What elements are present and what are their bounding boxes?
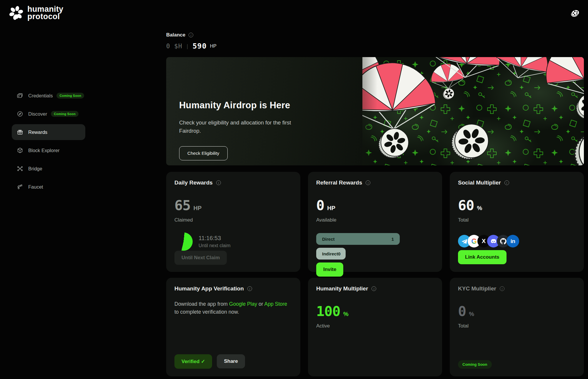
check-icon: ✓ — [201, 359, 205, 364]
referral-sublabel: Available — [316, 217, 434, 223]
timer-value: 11:16:53 — [199, 235, 230, 242]
hp-unit: HP — [210, 44, 216, 49]
app-store-link[interactable]: App Store — [264, 301, 287, 307]
kyc-value: 0 — [458, 303, 466, 319]
claim-timer: 11:16:53 Until next claim — [174, 232, 292, 251]
referral-unit: HP — [327, 205, 335, 212]
gift-icon — [17, 129, 23, 135]
balance-label: Balance — [166, 32, 185, 38]
card-title: KYC Multiplier — [458, 285, 496, 292]
info-icon[interactable]: i — [500, 286, 504, 291]
referral-rewards-card: Referral Rewards i 0 HP Available Direct… — [308, 172, 442, 272]
google-play-link[interactable]: Google Play — [229, 301, 257, 307]
sidebar-item-label: Faucet — [28, 184, 43, 190]
sidebar: Credentials Coming Soon Discover Coming … — [0, 26, 166, 376]
hp-balance: 590 — [193, 42, 207, 50]
credentials-icon — [17, 92, 23, 99]
card-title: Referral Rewards — [316, 179, 362, 186]
brand-name: humanity protocol — [27, 6, 63, 20]
sidebar-item-label: Bridge — [28, 166, 42, 172]
sidebar-item-block-explorer[interactable]: Block Explorer — [12, 142, 85, 158]
social-sublabel: Total — [458, 217, 576, 223]
sidebar-item-label: Block Explorer — [28, 148, 59, 153]
linked-social-accounts: G X in — [458, 235, 576, 247]
cube-icon — [17, 147, 23, 154]
bar-count: 1 — [392, 237, 394, 242]
sidebar-item-bridge[interactable]: Bridge — [12, 161, 85, 177]
check-eligibility-button[interactable]: Check Eligibility — [179, 146, 228, 160]
humanity-multiplier-sublabel: Active — [316, 323, 434, 329]
social-value: 60 — [458, 197, 474, 213]
card-title: Humanity Multiplier — [316, 285, 368, 292]
balance-header: Balance i — [166, 32, 584, 38]
humanity-fingerprint-logo — [9, 6, 24, 20]
bar-count: 0 — [338, 251, 340, 256]
verification-description: Download the app from Google Play or App… — [174, 300, 292, 316]
sidebar-item-discover[interactable]: Discover Coming Soon — [12, 106, 85, 122]
hero-illustration — [362, 57, 584, 165]
bridge-nodes-icon — [17, 165, 23, 172]
kyc-sublabel: Total — [458, 323, 576, 329]
direct-referrals-bar: Direct 1 — [316, 233, 400, 245]
info-icon[interactable]: i — [372, 286, 376, 291]
until-next-claim-button[interactable]: Until Next Claim — [174, 251, 227, 265]
verified-button[interactable]: Verified ✓ — [174, 354, 212, 369]
daily-value: 65 — [174, 197, 191, 213]
timer-pie-icon — [174, 232, 193, 251]
topbar: humanity protocol — [0, 0, 588, 26]
brand-logo[interactable]: humanity protocol — [9, 6, 63, 20]
info-icon[interactable]: i — [247, 286, 252, 291]
linkedin-icon: in — [507, 235, 519, 247]
hero-title: Humanity Airdrop is Here — [179, 100, 362, 111]
social-unit: % — [477, 205, 482, 212]
sidebar-item-label: Credentials — [28, 93, 53, 99]
referral-bars: Direct 1 Indirect 0 — [316, 233, 434, 262]
sidebar-item-label: Rewards — [28, 129, 47, 135]
coming-soon-badge: Coming Soon — [51, 111, 79, 117]
humanity-multiplier-card: Humanity Multiplier i 100 % Active — [308, 278, 442, 376]
sidebar-item-faucet[interactable]: Faucet — [12, 179, 85, 195]
coin-icon[interactable] — [570, 9, 580, 17]
discover-icon — [17, 111, 23, 117]
balance-divider: | — [187, 43, 188, 49]
daily-unit: HP — [194, 205, 202, 212]
kyc-unit: % — [469, 311, 474, 318]
social-multiplier-card: Social Multiplier i 60 % Total G X — [450, 172, 584, 272]
kyc-multiplier-card: KYC Multiplier i 0 % Total Coming Soon — [450, 278, 584, 376]
bar-label: Direct — [322, 237, 335, 242]
h-balance: 0 $H — [166, 43, 182, 50]
main-content: Balance i 0 $H | 590 HP Humanity Airdrop… — [166, 26, 588, 376]
sidebar-item-rewards[interactable]: Rewards — [12, 124, 85, 140]
app-verification-card: Humanity App Verification i Download the… — [166, 278, 300, 376]
airdrop-hero-banner: Humanity Airdrop is Here Check your elig… — [166, 57, 584, 165]
balance-values: 0 $H | 590 HP — [166, 42, 584, 50]
info-icon[interactable]: i — [189, 33, 193, 37]
humanity-multiplier-value: 100 — [316, 303, 340, 319]
desc-text: to complete verification now. — [174, 309, 239, 315]
rewards-card-grid: Daily Rewards i 65 HP Claimed 11:16:53 U… — [166, 172, 584, 376]
info-icon[interactable]: i — [504, 180, 509, 185]
desc-text: or — [257, 301, 264, 307]
desc-text: Download the app from — [174, 301, 229, 307]
daily-rewards-card: Daily Rewards i 65 HP Claimed 11:16:53 U… — [166, 172, 300, 272]
hero-text-panel: Humanity Airdrop is Here Check your elig… — [166, 57, 362, 165]
info-icon[interactable]: i — [216, 180, 221, 185]
card-title: Humanity App Verification — [174, 285, 244, 292]
coming-soon-badge: Coming Soon — [458, 360, 492, 369]
faucet-icon — [17, 184, 23, 190]
sidebar-item-credentials[interactable]: Credentials Coming Soon — [12, 88, 85, 104]
invite-button[interactable]: Invite — [316, 262, 343, 277]
hero-description: Check your eligibility and allocation fo… — [179, 119, 300, 135]
card-title: Social Multiplier — [458, 179, 501, 186]
share-button[interactable]: Share — [217, 354, 245, 368]
coming-soon-badge: Coming Soon — [56, 93, 84, 99]
link-accounts-button[interactable]: Link Accounts — [458, 250, 507, 264]
sidebar-item-label: Discover — [28, 111, 47, 117]
humanity-multiplier-unit: % — [343, 311, 349, 318]
parachute-coins-illustration — [362, 57, 584, 165]
timer-label: Until next claim — [199, 243, 230, 248]
indirect-referrals-bar: Indirect 0 — [316, 248, 346, 260]
info-icon[interactable]: i — [366, 180, 370, 185]
referral-value: 0 — [316, 197, 324, 213]
daily-sublabel: Claimed — [174, 217, 292, 223]
